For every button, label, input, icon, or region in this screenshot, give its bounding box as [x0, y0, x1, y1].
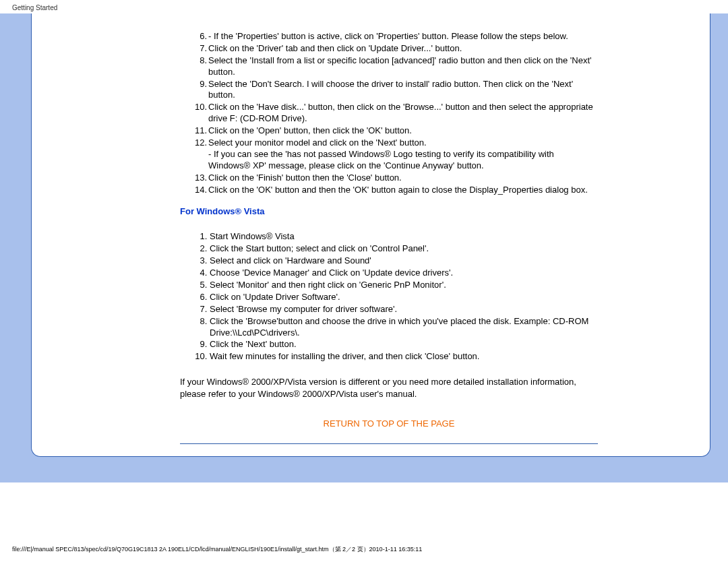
content-area: If the 'Properties' button is active, cl…	[180, 31, 598, 444]
vista-step-10: Wait few minutes for installing the driv…	[210, 351, 598, 363]
vista-section-title: For Windows® Vista	[180, 206, 598, 216]
divider-line	[180, 443, 598, 444]
xp-step-7: Click on the 'Driver' tab and then click…	[180, 43, 598, 55]
xp-step-12: Select your monitor model and click on t…	[180, 137, 598, 172]
vista-step-7: Select 'Browse my computer for driver so…	[210, 304, 598, 315]
vista-step-5: Select 'Monitor' and then right click on…	[210, 280, 598, 291]
return-to-top-link[interactable]: RETURN TO TOP OF THE PAGE	[180, 418, 598, 429]
return-to-top-text[interactable]: RETURN TO TOP OF THE PAGE	[324, 418, 455, 429]
xp-step-13: Click on the 'Finish' button then the 'C…	[180, 173, 598, 184]
xp-step-12-note: If you can see the 'has not passed Windo…	[208, 149, 598, 172]
vista-step-8: Click the 'Browse'button and choose the …	[210, 316, 598, 339]
page-background: If the 'Properties' button is active, cl…	[0, 13, 728, 482]
xp-step-10: Click on the 'Have disk...' button, then…	[180, 102, 598, 125]
vista-step-3: Select and click on 'Hardware and Sound'	[210, 255, 598, 267]
xp-step-9: Select the 'Don't Search. I will choose …	[180, 79, 598, 102]
header-getting-started: Getting Started	[12, 4, 57, 11]
vista-step-6: Click on 'Update Driver Software'.	[210, 292, 598, 303]
vista-step-1: Start Windows® Vista	[210, 231, 598, 243]
xp-step6-note: If the 'Properties' button is active, cl…	[208, 31, 598, 42]
vista-steps-list: Start Windows® Vista Click the Start but…	[210, 231, 598, 363]
xp-steps-list: If the 'Properties' button is active, cl…	[180, 31, 598, 195]
vista-step-4: Choose 'Device Manager' and Click on 'Up…	[210, 268, 598, 279]
xp-step-14: Click on the 'OK' button and then the 'O…	[180, 185, 598, 196]
xp-step-11: Click on the 'Open' button, then click t…	[180, 125, 598, 137]
content-panel: If the 'Properties' button is active, cl…	[31, 13, 710, 457]
closing-paragraph: If your Windows® 2000/XP/Vista version i…	[180, 376, 598, 400]
xp-step-8: Select the 'Install from a list or speci…	[180, 55, 598, 78]
xp-step-12-text: Select your monitor model and click on t…	[208, 137, 427, 148]
vista-step-2: Click the Start button; select and click…	[210, 243, 598, 255]
footer-file-path: file:///E|/manual SPEC/813/spec/cd/19/Q7…	[12, 545, 422, 554]
vista-step-9: Click the 'Next' button.	[210, 339, 598, 350]
